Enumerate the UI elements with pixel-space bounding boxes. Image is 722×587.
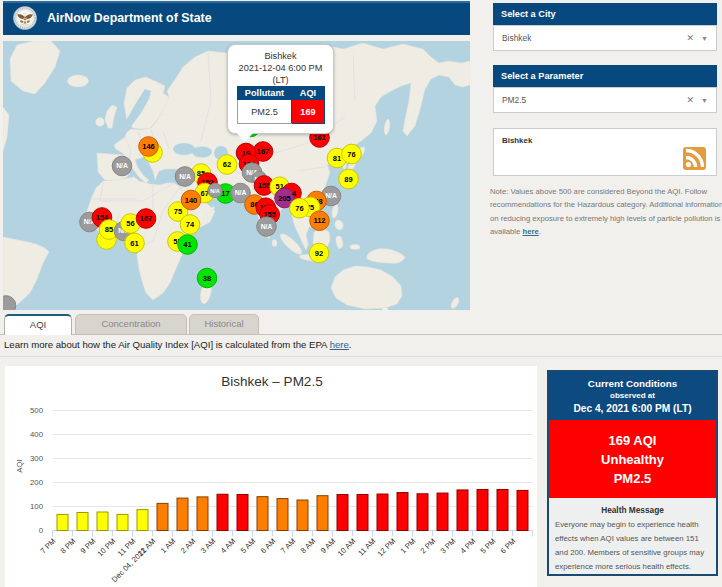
svg-text:76: 76 xyxy=(347,150,355,159)
svg-text:205: 205 xyxy=(278,194,291,203)
svg-text:167: 167 xyxy=(140,214,153,223)
svg-text:N/A: N/A xyxy=(116,162,128,169)
svg-text:AQI: AQI xyxy=(15,459,24,472)
svg-text:5 PM: 5 PM xyxy=(479,537,498,556)
svg-text:0: 0 xyxy=(39,526,44,535)
svg-text:Bishkek – PM2.5: Bishkek – PM2.5 xyxy=(221,374,322,389)
svg-text:9 AM: 9 AM xyxy=(319,537,338,556)
svg-text:8 PM: 8 PM xyxy=(59,537,78,556)
svg-text:N/A: N/A xyxy=(235,189,247,196)
svg-text:7 AM: 7 AM xyxy=(279,537,298,556)
svg-text:41: 41 xyxy=(183,240,191,249)
svg-text:4 PM: 4 PM xyxy=(459,537,478,556)
svg-text:4 AM: 4 AM xyxy=(219,537,238,556)
svg-text:12 PM: 12 PM xyxy=(376,537,398,559)
svg-text:140: 140 xyxy=(185,196,198,205)
svg-text:9 PM: 9 PM xyxy=(79,537,98,556)
svg-text:76: 76 xyxy=(295,204,303,213)
svg-text:7 PM: 7 PM xyxy=(39,537,58,556)
svg-text:N/A: N/A xyxy=(210,188,220,194)
svg-text:2 PM: 2 PM xyxy=(419,537,438,556)
svg-text:74: 74 xyxy=(186,220,195,229)
svg-text:N/A: N/A xyxy=(261,223,273,230)
svg-text:38: 38 xyxy=(203,274,211,283)
svg-text:10 PM: 10 PM xyxy=(96,537,118,559)
svg-text:3 AM: 3 AM xyxy=(199,537,218,556)
svg-text:61: 61 xyxy=(130,239,138,248)
svg-text:400: 400 xyxy=(30,430,44,439)
svg-text:81: 81 xyxy=(333,154,341,163)
svg-text:161: 161 xyxy=(313,133,326,142)
svg-text:6 AM: 6 AM xyxy=(259,537,278,556)
svg-text:155: 155 xyxy=(258,181,271,190)
svg-text:N/A: N/A xyxy=(325,192,337,199)
svg-text:3 PM: 3 PM xyxy=(439,537,458,556)
svg-text:92: 92 xyxy=(315,249,323,258)
svg-text:2 AM: 2 AM xyxy=(179,537,198,556)
svg-text:5 AM: 5 AM xyxy=(239,537,258,556)
svg-text:75: 75 xyxy=(174,207,182,216)
svg-text:85: 85 xyxy=(105,225,113,234)
svg-text:62: 62 xyxy=(223,160,231,169)
svg-text:100: 100 xyxy=(30,502,44,511)
svg-text:11 AM: 11 AM xyxy=(356,537,377,558)
svg-text:8 AM: 8 AM xyxy=(299,537,318,556)
svg-text:89: 89 xyxy=(344,175,352,184)
svg-text:1 PM: 1 PM xyxy=(399,537,418,556)
svg-text:167: 167 xyxy=(257,147,270,156)
svg-text:N/A: N/A xyxy=(179,173,191,180)
svg-text:10 AM: 10 AM xyxy=(336,537,358,559)
svg-text:500: 500 xyxy=(30,406,44,415)
svg-text:6 PM: 6 PM xyxy=(499,537,518,556)
svg-text:146: 146 xyxy=(142,142,155,151)
svg-text:56: 56 xyxy=(126,219,134,228)
svg-text:1 AM: 1 AM xyxy=(159,537,178,556)
svg-text:200: 200 xyxy=(30,478,44,487)
svg-text:300: 300 xyxy=(30,454,44,463)
svg-text:112: 112 xyxy=(313,216,325,225)
